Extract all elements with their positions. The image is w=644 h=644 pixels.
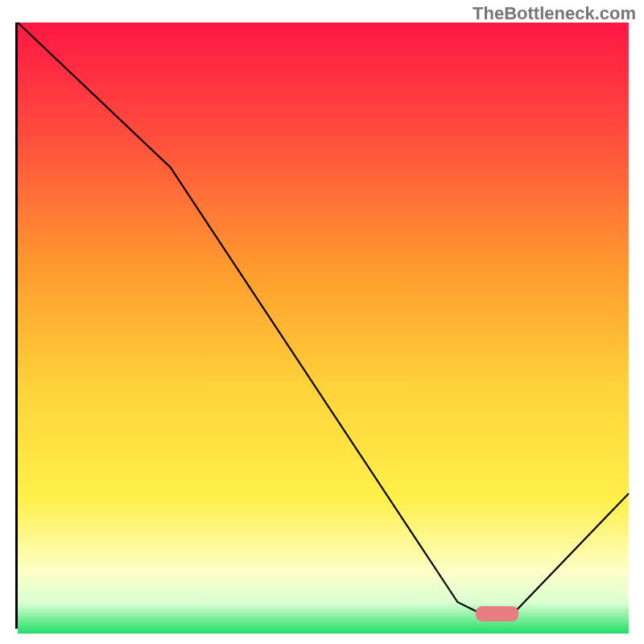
bottleneck-curve (18, 23, 629, 626)
watermark-text: TheBottleneck.com (473, 3, 636, 24)
optimal-range-marker (476, 606, 518, 621)
chart-plot-area (15, 23, 629, 629)
